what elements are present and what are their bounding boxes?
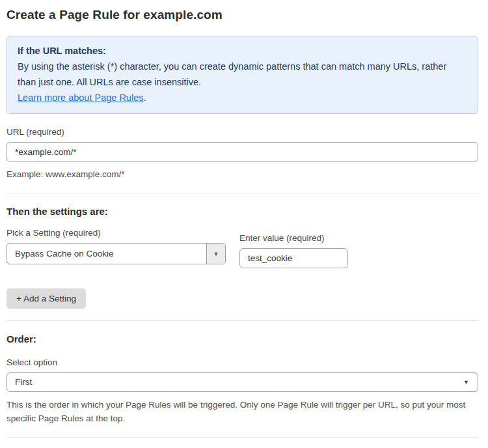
url-input[interactable] (7, 142, 478, 162)
info-box-link-line: Learn more about Page Rules. (18, 90, 467, 105)
create-page-rule-panel: Create a Page Rule for example.com If th… (0, 0, 488, 448)
settings-section-heading: Then the settings are: (7, 206, 478, 217)
order-section-heading: Order: (7, 333, 478, 344)
order-select-value: First (15, 377, 32, 387)
page-title: Create a Page Rule for example.com (7, 8, 478, 22)
setting-column: Pick a Setting (required) Bypass Cache o… (7, 217, 226, 268)
divider (7, 320, 478, 321)
divider (7, 437, 478, 438)
info-box-body: By using the asterisk (*) character, you… (18, 59, 467, 90)
setting-select-label: Pick a Setting (required) (7, 228, 226, 238)
url-example-helper: Example: www.example.com/* (7, 167, 478, 181)
learn-more-link[interactable]: Learn more about Page Rules (18, 92, 143, 103)
url-field-label: URL (required) (7, 127, 478, 137)
setting-select[interactable]: Bypass Cache on Cookie ▼ (7, 243, 226, 264)
setting-select-value: Bypass Cache on Cookie (7, 244, 206, 264)
add-setting-button[interactable]: + Add a Setting (7, 288, 86, 309)
setting-select-arrow-button[interactable]: ▼ (206, 244, 225, 264)
order-helper-text: This is the order in which your Page Rul… (7, 398, 478, 425)
settings-row: Pick a Setting (required) Bypass Cache o… (7, 217, 478, 268)
value-column: Enter value (required) (239, 222, 348, 268)
link-period: . (143, 92, 146, 103)
chevron-down-icon: ▼ (463, 373, 469, 391)
info-box-heading: If the URL matches: (18, 43, 467, 59)
divider (7, 193, 478, 193)
setting-value-input[interactable] (239, 248, 348, 268)
chevron-down-icon: ▼ (213, 251, 219, 257)
url-match-info-box: If the URL matches: By using the asteris… (7, 36, 478, 114)
order-select-label: Select option (7, 357, 478, 367)
value-field-label: Enter value (required) (239, 233, 348, 243)
order-select[interactable]: First ▼ (7, 372, 478, 392)
